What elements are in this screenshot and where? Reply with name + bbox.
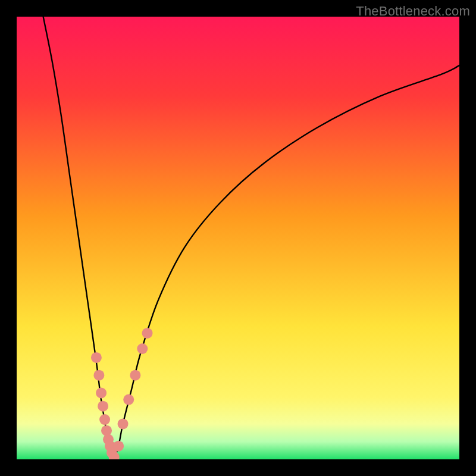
marker-left-markers	[96, 387, 107, 398]
marker-left-markers	[91, 352, 102, 363]
marker-right-markers	[130, 370, 140, 381]
marker-left-markers	[98, 401, 108, 412]
chart-frame: TheBottleneck.com	[0, 0, 476, 476]
marker-right-markers	[123, 394, 134, 405]
marker-right-markers	[118, 418, 129, 429]
marker-left-markers	[101, 425, 112, 436]
curve-right-branch	[114, 65, 459, 459]
marker-right-markers	[113, 441, 124, 452]
marker-left-markers	[99, 414, 110, 425]
watermark-text: TheBottleneck.com	[356, 4, 470, 19]
chart-curves	[17, 17, 459, 459]
plot-area	[17, 17, 459, 459]
marker-left-markers	[93, 370, 104, 381]
marker-right-markers	[142, 328, 152, 339]
marker-right-markers	[137, 343, 148, 354]
